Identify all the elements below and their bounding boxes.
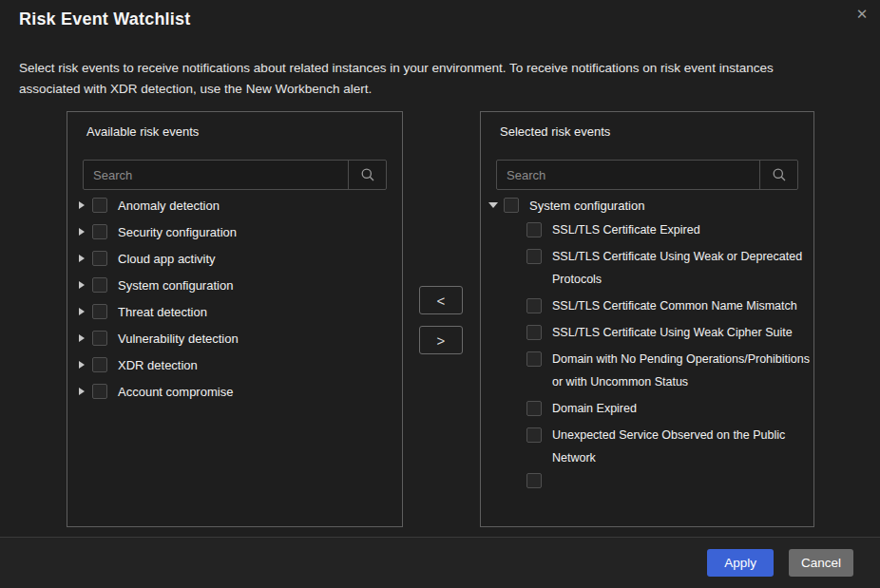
tree-item[interactable]: Threat detection: [67, 298, 402, 325]
available-tree: Anomaly detection Security configuration…: [67, 192, 402, 405]
tree-child-label: SSL/TLS Certificate Using Weak Cipher Su…: [552, 321, 793, 344]
tree-item[interactable]: Vulnerability detection: [67, 325, 402, 351]
tree-item-label: XDR detection: [118, 358, 198, 372]
tree-item[interactable]: Cloud app activity: [67, 245, 402, 272]
selected-children: SSL/TLS Certificate Expired SSL/TLS Cert…: [481, 218, 813, 469]
tree-child-item[interactable]: Domain with No Pending Operations/Prohib…: [481, 348, 813, 393]
tree-item-label: Account compromise: [118, 385, 233, 399]
tree-item[interactable]: XDR detection: [67, 351, 402, 378]
caret-right-icon[interactable]: [77, 308, 86, 315]
checkbox[interactable]: [526, 427, 542, 443]
checkbox[interactable]: [526, 473, 542, 488]
checkbox[interactable]: [526, 325, 542, 340]
checkbox[interactable]: [92, 198, 107, 213]
tree-child-label: SSL/TLS Certificate Using Weak or Deprec…: [552, 245, 810, 291]
caret-right-icon[interactable]: [77, 334, 86, 342]
cancel-button[interactable]: Cancel: [789, 549, 853, 577]
tree-child-label: Domain with No Pending Operations/Prohib…: [552, 348, 810, 393]
tree-child-label: Domain Expired: [552, 397, 637, 420]
tree-child-item[interactable]: SSL/TLS Certificate Common Name Mismatch: [481, 294, 813, 317]
risk-event-watchlist-dialog: Risk Event Watchlist ✕ Select risk event…: [0, 0, 880, 588]
caret-right-icon[interactable]: [77, 228, 86, 236]
available-risk-events-panel: Available risk events Anomaly detection: [67, 111, 403, 527]
tree-item-label: Anomaly detection: [118, 199, 220, 213]
tree-item-label: System configuration: [118, 278, 233, 293]
checkbox[interactable]: [92, 251, 107, 266]
tree-item-label: Cloud app activity: [118, 252, 216, 266]
checkbox[interactable]: [526, 351, 542, 367]
tree-item-label: Security configuration: [118, 225, 237, 239]
tree-child-label: Unexpected Service Observed on the Publi…: [552, 424, 810, 469]
tree-child-item[interactable]: SSL/TLS Certificate Expired: [481, 218, 813, 241]
available-search-box: [83, 160, 387, 190]
available-panel-title: Available risk events: [86, 124, 387, 139]
caret-right-icon[interactable]: [77, 388, 86, 395]
caret-right-icon[interactable]: [77, 255, 86, 262]
checkbox[interactable]: [92, 277, 107, 293]
checkbox[interactable]: [92, 331, 107, 346]
available-search-input[interactable]: [84, 161, 348, 189]
move-to-selected-button[interactable]: >: [419, 326, 463, 354]
tree-child-item[interactable]: Domain Expired: [481, 397, 813, 420]
tree-group-system-configuration[interactable]: System configuration: [481, 192, 813, 218]
tree-item-label: Vulnerability detection: [118, 332, 239, 346]
checkbox[interactable]: [92, 304, 107, 319]
checkbox[interactable]: [92, 224, 107, 239]
tree-child-item[interactable]: SSL/TLS Certificate Using Weak or Deprec…: [481, 245, 813, 291]
checkbox[interactable]: [504, 198, 519, 213]
tree-child-item[interactable]: Unexpected Service Observed on the Publi…: [481, 424, 813, 469]
tree-item[interactable]: Anomaly detection: [67, 192, 402, 218]
apply-button[interactable]: Apply: [707, 549, 774, 577]
tree-child-item[interactable]: SSL/TLS Certificate Using Weak Cipher Su…: [481, 321, 813, 344]
search-icon[interactable]: [759, 161, 797, 189]
checkbox[interactable]: [526, 222, 542, 237]
tree-child-label: SSL/TLS Certificate Expired: [552, 218, 700, 241]
clipped-tree-item[interactable]: [481, 473, 813, 488]
checkbox[interactable]: [92, 384, 107, 399]
dialog-footer: Apply Cancel: [0, 537, 880, 588]
caret-right-icon[interactable]: [77, 361, 86, 369]
tree-item[interactable]: Account compromise: [67, 378, 402, 405]
move-to-available-button[interactable]: <: [419, 286, 463, 314]
tree-group-label: System configuration: [529, 199, 644, 213]
tree-child-label: SSL/TLS Certificate Common Name Mismatch: [552, 294, 797, 317]
selected-tree: System configuration SSL/TLS Certificate…: [481, 192, 813, 488]
selected-search-box: [496, 160, 798, 190]
search-icon[interactable]: [348, 161, 386, 189]
tree-item[interactable]: System configuration: [67, 272, 402, 298]
checkbox[interactable]: [526, 298, 542, 313]
tree-item[interactable]: Security configuration: [67, 218, 402, 245]
checkbox[interactable]: [92, 357, 107, 372]
caret-down-icon[interactable]: [488, 202, 497, 208]
selected-risk-events-panel: Selected risk events System configuratio…: [480, 111, 814, 527]
tree-item-label: Threat detection: [118, 305, 207, 319]
selected-search-input[interactable]: [497, 161, 759, 189]
checkbox[interactable]: [526, 401, 542, 416]
caret-right-icon[interactable]: [77, 201, 86, 209]
caret-right-icon[interactable]: [77, 281, 86, 289]
checkbox[interactable]: [526, 249, 542, 264]
dialog-title: Risk Event Watchlist: [19, 9, 190, 29]
dialog-description: Select risk events to receive notificati…: [19, 58, 812, 100]
close-icon[interactable]: ✕: [850, 2, 874, 27]
selected-panel-title: Selected risk events: [500, 124, 798, 139]
